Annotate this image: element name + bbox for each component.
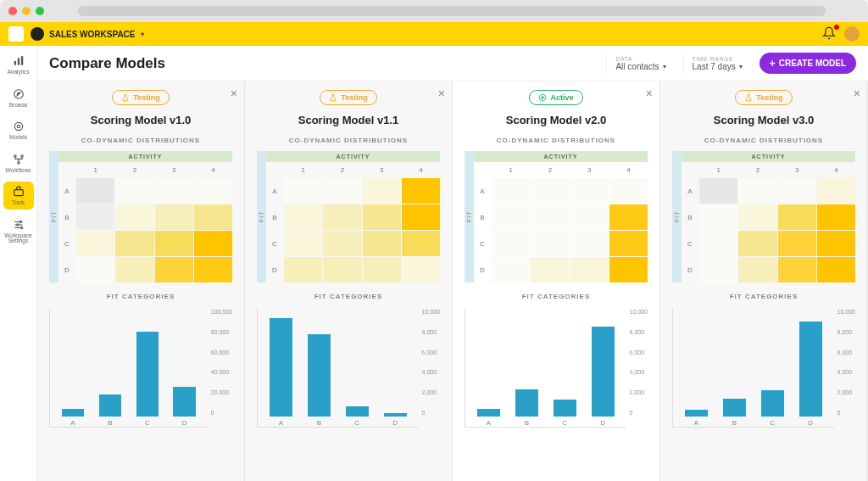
page-header: Compare Models DATA All contacts▾ TIME R… [37, 46, 868, 81]
close-card-button[interactable]: × [231, 87, 237, 100]
bar-label: B [317, 419, 321, 427]
heatmap-col-header: 1 [699, 162, 737, 177]
bar-column: C [756, 390, 789, 427]
notifications-button[interactable] [822, 26, 837, 42]
app-logo-icon[interactable] [8, 26, 24, 42]
bar [384, 413, 407, 417]
user-avatar[interactable] [844, 26, 860, 42]
workspace-switcher[interactable]: SALES WORKSPACE ▾ [31, 27, 144, 41]
heatmap-title: CO-DYNAMIC DISTRIBUTIONS [465, 137, 648, 144]
close-card-button[interactable]: × [646, 87, 653, 100]
flow-icon [12, 153, 25, 166]
heatmap-cell [76, 257, 114, 282]
bar-ytick: 10,000 [630, 309, 648, 315]
heatmap-col-header: 1 [492, 162, 530, 177]
heatmap: FIT ACTIVITY 1234ABCD [465, 151, 648, 282]
heatmap-cell [738, 257, 776, 282]
heatmap-y-axis-label: FIT [257, 151, 266, 282]
heatmap-cell [402, 204, 440, 230]
bar-ytick: 2,000 [422, 389, 440, 395]
chevron-down-icon: ▾ [663, 63, 666, 70]
heatmap-cell [76, 231, 114, 256]
bar-label: D [600, 419, 605, 427]
model-card: × Testing Scoring Model v1.0 CO-DYNAMIC … [37, 81, 245, 481]
heatmap-cell [194, 178, 232, 204]
bar-ytick: 0 [422, 410, 440, 416]
bar-chart: A B C D 10,0008,0006,0004,0002,0000 [257, 309, 440, 428]
heatmap-row-header: A [58, 178, 75, 204]
sidenav-item-workflows[interactable]: Workflows [3, 149, 34, 177]
heatmap-cell [363, 257, 401, 282]
bar-label: D [182, 419, 187, 427]
bar-ytick: 60,000 [211, 350, 232, 355]
window-close-icon[interactable] [8, 7, 17, 15]
heatmap-cell [115, 257, 153, 282]
heatmap-col-header: 2 [323, 162, 361, 177]
heatmap-row-header: A [266, 178, 283, 204]
heatmap-col-header: 3 [778, 162, 816, 177]
app-topbar: SALES WORKSPACE ▾ [0, 22, 868, 46]
bar-column: B [510, 389, 543, 427]
filter-data-label: DATA [615, 56, 665, 62]
heatmap-cell [609, 178, 648, 204]
filter-time[interactable]: TIME RANGE Last 7 days▾ [683, 54, 751, 73]
heatmap-row-header: D [682, 257, 698, 282]
sidenav-item-label: Tools [12, 200, 25, 206]
heatmap-title: CO-DYNAMIC DISTRIBUTIONS [49, 137, 232, 144]
create-model-button[interactable]: + CREATE MODEL [760, 53, 856, 74]
heatmap-cell [699, 231, 737, 256]
bar-column: A [472, 409, 505, 427]
heatmap-cell [115, 204, 153, 230]
barchart-title: FIT CATEGORIES [257, 293, 440, 300]
svg-point-9 [17, 161, 19, 163]
heatmap-cell [778, 204, 816, 230]
window-max-icon[interactable] [36, 7, 44, 15]
close-card-button[interactable]: × [438, 87, 445, 100]
sidenav-item-workspace-settings[interactable]: Workspace Settings [3, 215, 34, 248]
sidenav-item-browse[interactable]: Browse [3, 84, 34, 112]
bar-column: D [794, 322, 827, 427]
bar-column: A [57, 409, 89, 427]
bar-ytick: 8,000 [630, 329, 648, 335]
heatmap-row-header: C [682, 231, 698, 256]
heatmap-col-header: 4 [402, 162, 440, 177]
url-bar[interactable] [78, 6, 826, 16]
side-nav: Analytics Browse Models Workflows Tools … [0, 46, 37, 481]
heatmap-row-header: D [474, 257, 491, 282]
bar [346, 406, 369, 417]
bar-y-axis: 10,0008,0006,0004,0002,0000 [626, 309, 648, 416]
bar-ytick: 0 [211, 410, 232, 416]
bar-ytick: 6,000 [422, 350, 440, 355]
heatmap-cell [402, 231, 440, 256]
filter-data[interactable]: DATA All contacts▾ [606, 54, 674, 73]
heatmap-cell [817, 231, 855, 256]
bar-column: B [718, 399, 751, 427]
svg-point-6 [17, 125, 20, 128]
bar-ytick: 0 [630, 410, 648, 416]
heatmap-cell [402, 178, 440, 204]
bar-label: B [108, 419, 112, 427]
bar-ytick: 8,000 [422, 329, 440, 335]
bar-label: A [70, 419, 75, 427]
bar-chart: A B C D 10,0008,0006,0004,0002,0000 [672, 309, 855, 428]
heatmap-cell [492, 178, 530, 204]
sidenav-item-analytics[interactable]: Analytics [3, 51, 34, 79]
svg-point-13 [20, 227, 22, 228]
filter-time-value: Last 7 days [693, 62, 736, 71]
sidenav-item-models[interactable]: Models [3, 116, 34, 144]
model-cards-row: × Testing Scoring Model v1.0 CO-DYNAMIC … [37, 81, 868, 481]
barchart-title: FIT CATEGORIES [672, 293, 855, 300]
sidenav-item-tools[interactable]: Tools [3, 182, 34, 210]
bar-label: A [487, 419, 491, 427]
close-card-button[interactable]: × [854, 87, 860, 100]
heatmap: FIT ACTIVITY 1234ABCD [672, 151, 855, 282]
heatmap-col-header: 4 [194, 162, 232, 177]
bar-column: C [548, 400, 581, 427]
heatmap-y-axis-label: FIT [49, 151, 58, 282]
model-status-pill: Testing [735, 90, 792, 105]
bar-ytick: 20,000 [211, 389, 232, 395]
window-min-icon[interactable] [22, 7, 31, 15]
heatmap-cell [609, 204, 648, 230]
bar [685, 410, 708, 417]
heatmap-col-header: 2 [115, 162, 153, 177]
